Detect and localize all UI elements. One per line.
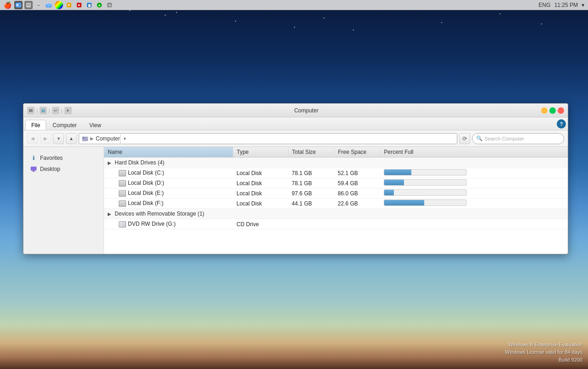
cell-type: CD Drive [233, 219, 288, 229]
apple-icon[interactable]: 🍎 [4, 1, 12, 9]
tab-file[interactable]: File [25, 120, 46, 130]
table-group-header[interactable]: ▶ Hard Disk Drives (4) [104, 158, 568, 168]
forward-button[interactable]: ▶ [40, 133, 51, 144]
tab-computer[interactable]: Computer [46, 120, 83, 130]
desktop-label: Desktop [40, 166, 60, 172]
save-icon[interactable] [40, 107, 47, 114]
finder-icon[interactable] [14, 1, 23, 9]
progress-bar [384, 179, 467, 186]
refresh-button[interactable]: ⟳ [459, 133, 470, 144]
progress-bar-fill [384, 180, 404, 185]
table-row[interactable]: Local Disk (E:) Local Disk 97.6 GB 86.0 … [104, 188, 568, 199]
cell-total: 44.1 GB [288, 199, 334, 209]
col-total-size[interactable]: Total Size [288, 147, 334, 158]
svg-rect-5 [27, 5, 30, 6]
cell-name: Local Disk (C:) [104, 168, 233, 178]
col-percent-full[interactable]: Percent Full [380, 147, 568, 158]
cell-free: 86.0 GB [334, 188, 380, 199]
cell-name: Local Disk (D:) [104, 178, 233, 188]
tab-view[interactable]: View [83, 120, 107, 130]
progress-bar [384, 189, 467, 196]
current-path: Computer [96, 135, 120, 142]
address-path[interactable]: ▶ Computer ▾ [79, 133, 457, 144]
quick-access-dropdown[interactable]: ▾ [64, 107, 72, 114]
sidebar: ℹ Favorites Desktop [23, 147, 104, 254]
maximize-button[interactable] [549, 107, 556, 114]
icon6[interactable]: P [65, 1, 73, 9]
separator3: | [61, 108, 63, 113]
watermark-line2: Windows License valid for 84 days [505, 348, 582, 356]
svg-text:P: P [68, 3, 70, 7]
cell-percent [380, 199, 568, 209]
icon4[interactable] [45, 1, 53, 9]
svg-rect-27 [33, 170, 35, 171]
cell-percent [380, 178, 568, 188]
table-group-header[interactable]: ▶ Devices with Removable Storage (1) [104, 209, 568, 219]
address-dropdown[interactable]: ▾ [120, 133, 129, 144]
cell-total: 97.6 GB [288, 188, 334, 199]
progress-bar-fill [384, 170, 411, 175]
svg-rect-25 [82, 137, 85, 139]
disk-icon [119, 180, 126, 187]
table-row[interactable]: Local Disk (C:) Local Disk 78.1 GB 52.1 … [104, 168, 568, 178]
close-button[interactable] [558, 107, 564, 114]
search-placeholder: Search Computer [484, 136, 560, 141]
cell-total: 78.1 GB [288, 178, 334, 188]
back-button[interactable]: ◀ [27, 133, 38, 144]
icon9[interactable]: ★ [95, 1, 104, 9]
language-indicator: ENG [539, 2, 551, 8]
icon10[interactable]: ⚙ [105, 1, 114, 9]
cell-percent [380, 219, 568, 229]
table-row[interactable]: Local Disk (F:) Local Disk 44.1 GB 22.6 … [104, 199, 568, 209]
icon2[interactable] [24, 1, 33, 9]
minimize-button[interactable] [541, 107, 548, 114]
cell-name: Local Disk (F:) [104, 199, 233, 209]
address-arrow: ▶ [90, 136, 94, 141]
windows-watermark: Windows 8 Enterprise Evaluation Windows … [505, 341, 582, 364]
svg-text:⚙: ⚙ [108, 4, 111, 7]
col-free-space[interactable]: Free Space [334, 147, 380, 158]
sidebar-item-favorites[interactable]: ℹ Favorites [27, 152, 100, 164]
icon7[interactable]: R [75, 1, 83, 9]
table-row[interactable]: Local Disk (D:) Local Disk 78.1 GB 59.4 … [104, 178, 568, 188]
separator1: | [36, 108, 38, 113]
content-area: ℹ Favorites Desktop Name [23, 147, 568, 254]
svg-point-1 [17, 4, 18, 6]
disk-icon [119, 190, 126, 197]
help-button[interactable]: ? [557, 119, 566, 129]
progress-bar [384, 199, 467, 206]
icon5[interactable] [55, 1, 63, 9]
table-row[interactable]: DVD RW Drive (G:) CD Drive [104, 219, 568, 229]
address-bar: ◀ ▶ ▾ ▲ ▶ Computer ▾ ⟳ 🔍 Search Computer [23, 130, 568, 147]
sidebar-item-desktop[interactable]: Desktop [27, 164, 100, 175]
progress-bar [384, 169, 467, 176]
icon8[interactable]: 📋 [85, 1, 93, 9]
icon3[interactable]: ✉ [35, 1, 43, 9]
separator2: | [49, 108, 50, 113]
disk-icon [119, 170, 126, 176]
menubar-right: ENG 11:25 PM ▾ [539, 2, 584, 8]
dropdown-arrow[interactable]: ▾ [582, 2, 584, 8]
expand-arrow[interactable]: ▶ [108, 211, 113, 217]
sidebar-section-favorites: ℹ Favorites Desktop [23, 151, 104, 176]
file-list[interactable]: Name Type Total Size Free Space Percent … [104, 147, 568, 254]
svg-text:✉: ✉ [37, 4, 40, 7]
svg-text:R: R [78, 3, 81, 7]
dvd-icon [119, 221, 126, 228]
disk-icon [119, 200, 126, 207]
clock: 11:25 PM [554, 2, 578, 8]
up-button[interactable]: ▲ [66, 133, 77, 144]
titlebar-controls-left: | | ↩ | ▾ [27, 107, 72, 114]
titlebar: | | ↩ | ▾ Computer [23, 104, 568, 117]
dropdown-button[interactable]: ▾ [53, 133, 64, 144]
svg-rect-28 [32, 171, 35, 172]
cell-free: 59.4 GB [334, 178, 380, 188]
col-name[interactable]: Name [104, 147, 233, 158]
col-type[interactable]: Type [233, 147, 288, 158]
search-box[interactable]: 🔍 Search Computer [472, 133, 564, 144]
undo-icon[interactable]: ↩ [52, 107, 59, 114]
expand-arrow[interactable]: ▶ [108, 160, 113, 165]
taskbar-icons: ✉ P R 📋 ★ ⚙ [14, 1, 114, 9]
progress-bar-fill [384, 200, 424, 205]
svg-text:★: ★ [98, 4, 101, 7]
